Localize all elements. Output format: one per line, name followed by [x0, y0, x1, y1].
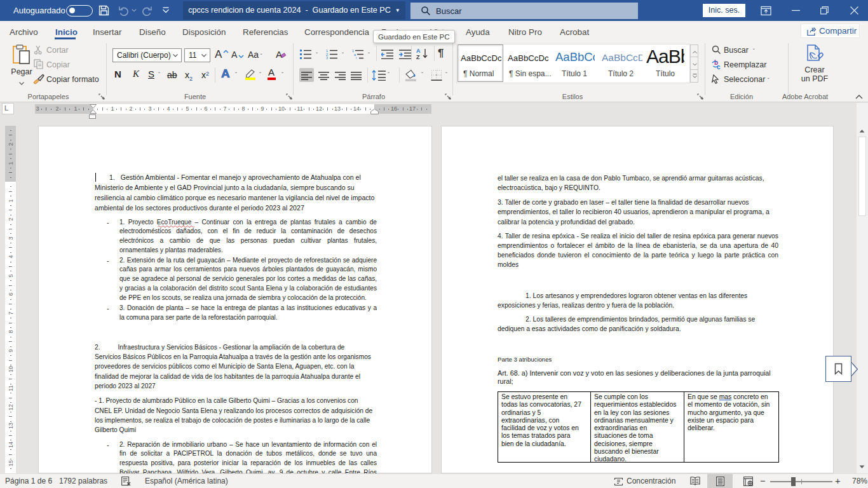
svg-text:Z: Z	[416, 54, 420, 60]
svg-text:A: A	[416, 48, 421, 54]
svg-text:c: c	[717, 64, 721, 70]
svg-text:i: i	[356, 56, 356, 59]
svg-text:3: 3	[326, 56, 328, 59]
